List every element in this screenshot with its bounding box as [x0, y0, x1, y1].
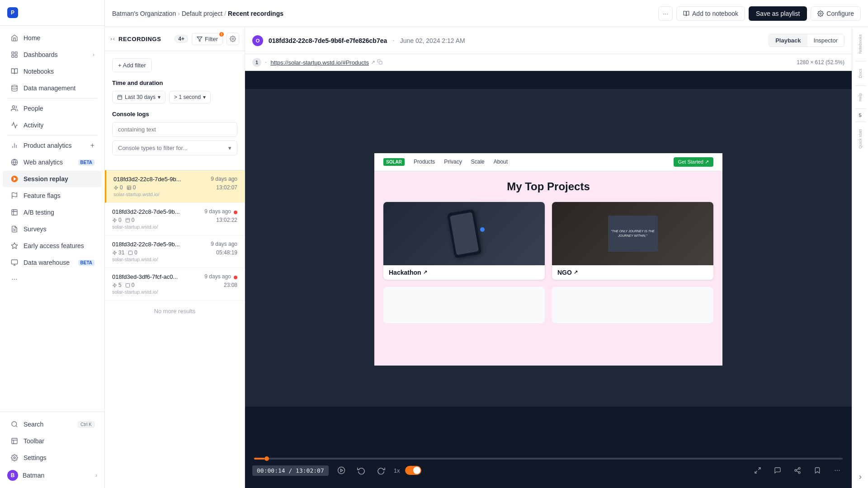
- activity-dot: [234, 276, 237, 279]
- people-icon: [10, 104, 19, 113]
- time-filter-row: Last 30 days ▾ > 1 second ▾: [112, 91, 237, 103]
- sidebar-item-ab-testing[interactable]: A/B testing: [3, 204, 102, 221]
- svg-marker-47: [340, 469, 343, 472]
- sidebar-navigation: Home Dashboards › Notebooks Data managem…: [0, 26, 104, 412]
- duration-filter-dropdown[interactable]: > 1 second ▾: [169, 91, 211, 103]
- settings-gear-button[interactable]: [226, 33, 239, 45]
- panel-number: 5: [859, 113, 861, 118]
- svg-point-52: [798, 472, 800, 474]
- tab-inspector[interactable]: Inspector: [807, 34, 844, 47]
- svg-rect-45: [379, 61, 382, 64]
- save-as-playlist-button[interactable]: Save as playlist: [749, 6, 807, 21]
- console-types-dropdown[interactable]: Console types to filter for... ▾: [112, 141, 237, 155]
- skip-inactive-toggle[interactable]: [405, 466, 421, 475]
- user-profile[interactable]: B Batman ›: [0, 466, 104, 484]
- bookmark-button[interactable]: [810, 463, 825, 478]
- sidebar-item-dashboards[interactable]: Dashboards ›: [3, 47, 102, 63]
- filter-panel: › ‹ RECORDINGS 4+ 1 Filter + Add filter …: [105, 27, 245, 488]
- rewind-button[interactable]: [354, 463, 368, 478]
- toggle-knob: [413, 467, 420, 474]
- sidebar-item-people[interactable]: People: [3, 100, 102, 117]
- sidebar-item-toolbar[interactable]: Toolbar: [3, 433, 102, 449]
- filter-header: › ‹ RECORDINGS 4+ 1 Filter: [105, 27, 245, 51]
- sidebar-item-notebooks[interactable]: Notebooks: [3, 63, 102, 80]
- sidebar-item-feature-flags[interactable]: Feature flags: [3, 188, 102, 204]
- recording-meta: 0 0 13:02:07: [113, 184, 237, 191]
- svg-line-53: [797, 471, 799, 472]
- project-card-hackathon: Hackathon ↗: [383, 202, 545, 280]
- add-insight-icon[interactable]: +: [90, 141, 94, 150]
- collapse-button[interactable]: › ‹: [110, 36, 115, 42]
- expand-icon: [857, 474, 863, 480]
- svg-line-49: [755, 471, 757, 473]
- sidebar-item-surveys[interactable]: Surveys: [3, 221, 102, 237]
- sidebar-item-home[interactable]: Home: [3, 30, 102, 46]
- svg-point-51: [795, 469, 797, 471]
- sidebar-item-product-analytics[interactable]: Product analytics +: [3, 137, 102, 154]
- no-more-results: No more results: [105, 300, 245, 322]
- laptop-screen-content: "THE ONLY JOURNEY IS THE JOURNEY WITHIN.…: [608, 227, 658, 239]
- recordings-count: 4+: [175, 35, 188, 43]
- recording-item[interactable]: 018fd3d2-22c8-7de5-9b... 9 days ago 0 0 …: [105, 170, 245, 203]
- containing-text-input[interactable]: [112, 122, 237, 137]
- sidebar-bottom: Search Ctrl K Toolbar Settings B Batman …: [0, 412, 104, 488]
- right-panel-expand-button[interactable]: [853, 470, 868, 484]
- breadcrumb-project[interactable]: Default project: [182, 10, 222, 17]
- sidebar-logo[interactable]: P: [0, 0, 104, 26]
- more-options-button[interactable]: ···: [658, 6, 673, 21]
- help-label: Help: [858, 89, 863, 105]
- calendar-icon: [117, 94, 123, 100]
- progress-fill: [254, 458, 264, 460]
- tab-playback[interactable]: Playback: [769, 34, 807, 47]
- share-button[interactable]: [790, 463, 805, 478]
- svg-rect-42: [129, 251, 132, 254]
- feature-flags-icon: [10, 191, 19, 200]
- sidebar-item-data-management[interactable]: Data management: [3, 80, 102, 96]
- gear-icon: [230, 36, 236, 42]
- recording-item[interactable]: 018fd3ed-3df6-7fcf-ac0... 9 days ago 5: [105, 268, 245, 300]
- sidebar-item-session-replay[interactable]: Session replay: [3, 171, 102, 187]
- svg-point-4: [12, 85, 17, 87]
- error-icon: [113, 185, 118, 190]
- copy-icon[interactable]: [377, 59, 382, 66]
- sidebar-item-label: Session replay: [24, 175, 94, 183]
- add-filter-button[interactable]: + Add filter: [112, 58, 152, 72]
- sidebar-item-web-analytics[interactable]: Web analytics BETA: [3, 154, 102, 170]
- external-link-icon[interactable]: ↗: [371, 59, 375, 66]
- recordings-list: 018fd3d2-22c8-7de5-9b... 9 days ago 0 0 …: [105, 170, 245, 322]
- forward-icon: [377, 466, 385, 474]
- data-warehouse-icon: [10, 258, 19, 267]
- filter-button[interactable]: 1 Filter: [192, 33, 223, 45]
- configure-button[interactable]: Configure: [811, 6, 861, 21]
- recording-url: solar-startup.wstd.io/: [112, 289, 237, 295]
- progress-track[interactable]: [254, 458, 843, 460]
- add-to-notebook-button[interactable]: Add to notebook: [676, 6, 745, 21]
- beta-badge: BETA: [78, 160, 94, 165]
- sidebar-item-extras[interactable]: ···: [3, 271, 102, 287]
- sidebar-item-search[interactable]: Search Ctrl K: [3, 416, 102, 432]
- recording-meta: 5 0 23:08: [112, 282, 237, 288]
- sidebar-item-data-warehouse[interactable]: Data warehouse BETA: [3, 254, 102, 271]
- url-link[interactable]: https://solar-startup.wstd.io/#Products: [270, 59, 368, 66]
- svg-point-46: [338, 467, 344, 474]
- play-button[interactable]: [334, 463, 349, 478]
- sidebar-item-early-access[interactable]: Early access features: [3, 238, 102, 254]
- svg-marker-27: [197, 37, 202, 41]
- forward-button[interactable]: [374, 463, 388, 478]
- site-nav-products: Products: [414, 159, 435, 165]
- sidebar-item-activity[interactable]: Activity: [3, 117, 102, 133]
- recording-item[interactable]: 018fd3d2-22c8-7de5-9b... 9 days ago 0: [105, 203, 245, 235]
- sidebar-item-settings[interactable]: Settings: [3, 450, 102, 466]
- breadcrumb-org[interactable]: Batman's Organization: [112, 10, 176, 17]
- speed-button[interactable]: 1x: [394, 467, 400, 474]
- sidebar-item-label: Web analytics: [24, 159, 74, 166]
- more-icon: ···: [834, 466, 840, 474]
- session-id: 018fd3d2-22c8-7de5-9b6f-e7fe826cb7ea: [269, 37, 387, 44]
- fullscreen-button[interactable]: [750, 463, 765, 478]
- svg-rect-29: [118, 95, 122, 99]
- recording-item[interactable]: 018fd3d2-22c8-7de5-9b... 9 days ago 31 0…: [105, 235, 245, 268]
- comment-button[interactable]: [770, 463, 785, 478]
- more-controls-button[interactable]: ···: [830, 463, 844, 478]
- last-30-days-dropdown[interactable]: Last 30 days ▾: [112, 91, 165, 103]
- sidebar-item-label: Feature flags: [24, 192, 94, 199]
